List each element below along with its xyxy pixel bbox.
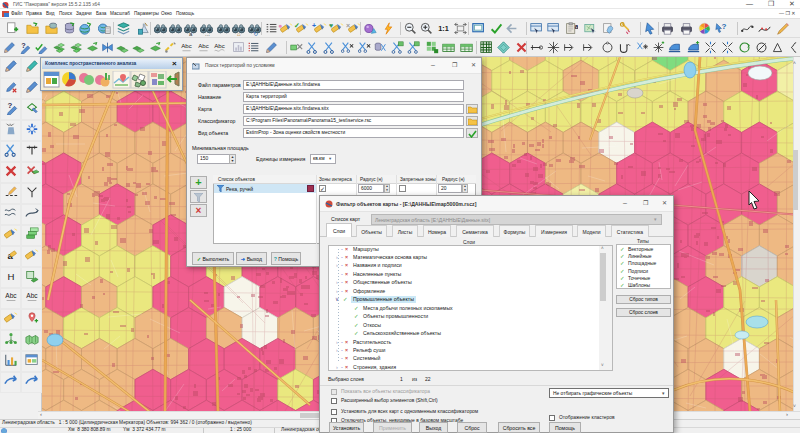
svg-text:+: +	[312, 22, 316, 29]
svg-text:✓: ✓	[294, 22, 300, 29]
svg-text:...: ...	[205, 31, 210, 37]
svg-text:♥: ♥	[329, 22, 333, 29]
svg-text:↻: ↻	[253, 31, 258, 37]
svg-text:●: ●	[278, 22, 282, 29]
svg-text:⌂: ⌂	[237, 31, 241, 37]
svg-text:×: ×	[346, 22, 350, 29]
